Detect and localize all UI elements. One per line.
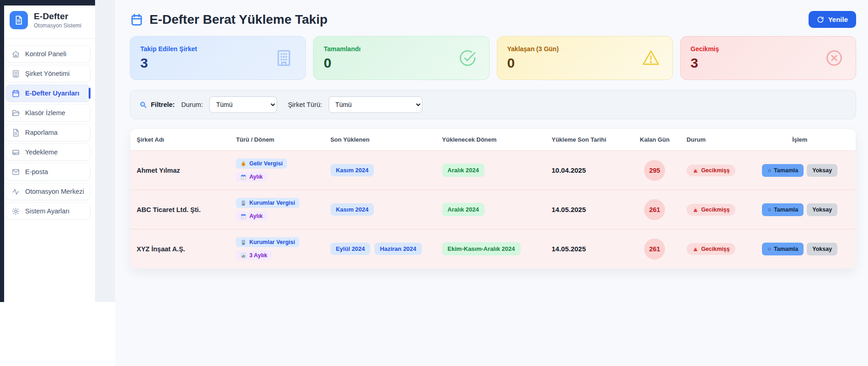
filter-title: Filtrele:: [139, 101, 175, 109]
siren-icon: [692, 207, 698, 212]
month-badge: Kasım 2024: [330, 164, 374, 176]
calendar-page-icon: [240, 174, 246, 180]
status-cell: Gecikmişş: [680, 229, 744, 268]
sidebar-item-label: Şirket Yönetimi: [25, 70, 69, 77]
sidebar-item-sirket-yonetimi[interactable]: Şirket Yönetimi: [5, 65, 91, 82]
type-period-cell: Kurumlar Vergisi3 Aylık: [229, 229, 324, 268]
money-bag-icon: [240, 161, 246, 167]
check-circle-icon: [458, 48, 477, 68]
type-period-cell: Gelir VergisiAylık: [229, 151, 324, 190]
magnifier-icon: [139, 101, 147, 109]
row-actions: ○TamamlaYoksay: [762, 203, 837, 216]
company-type-select[interactable]: Tümü: [329, 96, 422, 113]
tax-type-label: Gelir Vergisi: [249, 160, 282, 167]
stat-card-takip-edilen-sirket: Takip Edilen Şirket3: [130, 36, 306, 80]
type-period-cell: Kurumlar VergisiAylık: [229, 190, 324, 229]
sidebar-item-yedekleme[interactable]: Yedekleme: [5, 143, 91, 161]
month-badge: Eylül 2024: [330, 243, 371, 255]
days-left-cell: 295: [629, 151, 680, 190]
status-label: Gecikmişş: [701, 207, 730, 213]
complete-button[interactable]: ○Tamamla: [762, 164, 804, 177]
complete-button[interactable]: ○Tamamla: [762, 203, 804, 216]
gear-icon: [11, 207, 20, 216]
status-badge: Gecikmişş: [687, 204, 736, 216]
month-badge: Haziran 2024: [374, 243, 422, 255]
refresh-button[interactable]: Yenile: [809, 11, 856, 28]
tax-type-label: Kurumlar Vergisi: [249, 239, 295, 245]
last-uploaded-badges: Eylül 2024Haziran 2024: [330, 243, 422, 255]
circle-icon: ○: [767, 207, 771, 213]
company-name: ABC Ticaret Ltd. Şti.: [137, 206, 223, 213]
building-icon: [11, 69, 20, 78]
table-body: Ahmet YılmazGelir VergisiAylıkKasım 2024…: [130, 151, 856, 268]
office-building-icon: [240, 200, 246, 206]
type-period-badges: Kurumlar Vergisi3 Aylık: [236, 237, 317, 260]
ignore-button[interactable]: Yoksay: [807, 164, 837, 177]
row-actions: ○TamamlaYoksay: [762, 243, 837, 255]
stat-card-label: Takip Edilen Şirket: [140, 45, 295, 53]
complete-button-label: Tamamla: [774, 246, 798, 252]
last-uploaded-badges: Kasım 2024: [330, 164, 374, 176]
refresh-icon: [817, 16, 824, 23]
calendar-icon: [11, 89, 20, 98]
stat-card-label: Gecikmiş: [691, 45, 846, 53]
sidebar-item-otomasyon-merkezi[interactable]: Otomasyon Merkezi: [5, 183, 91, 200]
sidebar-item-label: Otomasyon Merkezi: [25, 188, 84, 195]
sidebar-item-klasor-izleme[interactable]: Klasör İzleme: [5, 104, 91, 122]
complete-button-label: Tamamla: [774, 167, 798, 174]
company-cell: Ahmet Yılmaz: [130, 151, 229, 190]
status-select[interactable]: Tümü: [209, 96, 277, 113]
ignore-button[interactable]: Yoksay: [807, 203, 837, 216]
building-icon: [274, 48, 293, 68]
actions-cell: ○TamamlaYoksay: [744, 229, 856, 268]
actions-cell: ○TamamlaYoksay: [744, 190, 856, 229]
last-uploaded-cell: Eylül 2024Haziran 2024: [324, 229, 436, 268]
circle-icon: ○: [767, 167, 771, 174]
column-header: Yükleme Son Tarihi: [545, 129, 629, 151]
last-uploaded-cell: Kasım 2024: [324, 190, 436, 229]
table-header-row: Şirket AdıTürü / DönemSon YüklenenYüklen…: [130, 129, 856, 151]
period-type-label: Aylık: [249, 213, 262, 219]
activity-icon: [11, 187, 20, 196]
type-period-badges: Kurumlar VergisiAylık: [236, 198, 317, 221]
tracking-table-card: Şirket AdıTürü / DönemSon YüklenenYüklen…: [130, 128, 856, 269]
sidebar-item-label: Sistem Ayarları: [25, 207, 69, 215]
sidebar-item-raporlama[interactable]: Raporlama: [5, 124, 91, 141]
period-type-label: 3 Aylık: [249, 252, 267, 259]
tax-type-badge: Kurumlar Vergisi: [236, 237, 299, 247]
office-building-icon: [240, 239, 246, 245]
status-cell: Gecikmişş: [680, 190, 744, 229]
status-label: Gecikmişş: [701, 167, 730, 174]
page-title: E-Defter Berat Yükleme Takip: [130, 12, 328, 27]
table-row: XYZ İnşaat A.Ş.Kurumlar Vergisi3 AylıkEy…: [130, 229, 856, 268]
sidebar-nav: Kontrol PaneliŞirket YönetimiE-Defter Uy…: [0, 39, 95, 220]
tax-type-badge: Kurumlar Vergisi: [236, 198, 299, 208]
stat-card-yaklasan: Yaklaşan (3 Gün)0: [497, 36, 673, 80]
stat-card-value: 3: [691, 56, 846, 70]
app-logo-icon: [10, 11, 28, 29]
left-dark-edge: [0, 0, 4, 302]
siren-icon: [692, 167, 698, 173]
calendar-page-icon: [240, 213, 246, 219]
next-period-cell: Aralık 2024: [436, 151, 545, 190]
next-period-badge: Aralık 2024: [442, 203, 485, 216]
ignore-button[interactable]: Yoksay: [807, 243, 837, 255]
next-period-cell: Ekim-Kasım-Aralık 2024: [436, 229, 545, 268]
complete-button-label: Tamamla: [774, 207, 798, 213]
days-left-cell: 261: [629, 190, 680, 229]
tax-type-label: Kurumlar Vergisi: [249, 200, 295, 206]
sidebar-item-label: E-Defter Uyarıları: [25, 90, 79, 97]
status-filter-label: Durum:: [181, 101, 203, 108]
page-header: E-Defter Berat Yükleme Takip Yenile: [115, 0, 868, 35]
column-header: Şirket Adı: [130, 129, 229, 151]
complete-button[interactable]: ○Tamamla: [762, 243, 804, 255]
backup-icon: [11, 148, 20, 157]
deadline-date: 14.05.2025: [552, 206, 586, 213]
sidebar-item-kontrol-paneli[interactable]: Kontrol Paneli: [5, 45, 91, 63]
sidebar-item-e-posta[interactable]: E-posta: [5, 163, 91, 180]
sidebar-item-edefter-uyarilari[interactable]: E-Defter Uyarıları: [5, 85, 91, 102]
company-cell: XYZ İnşaat A.Ş.: [130, 229, 229, 268]
sidebar-item-sistem-ayarlari[interactable]: Sistem Ayarları: [5, 202, 91, 220]
last-uploaded-badges: Kasım 2024: [330, 203, 374, 216]
company-name: Ahmet Yılmaz: [137, 167, 223, 174]
